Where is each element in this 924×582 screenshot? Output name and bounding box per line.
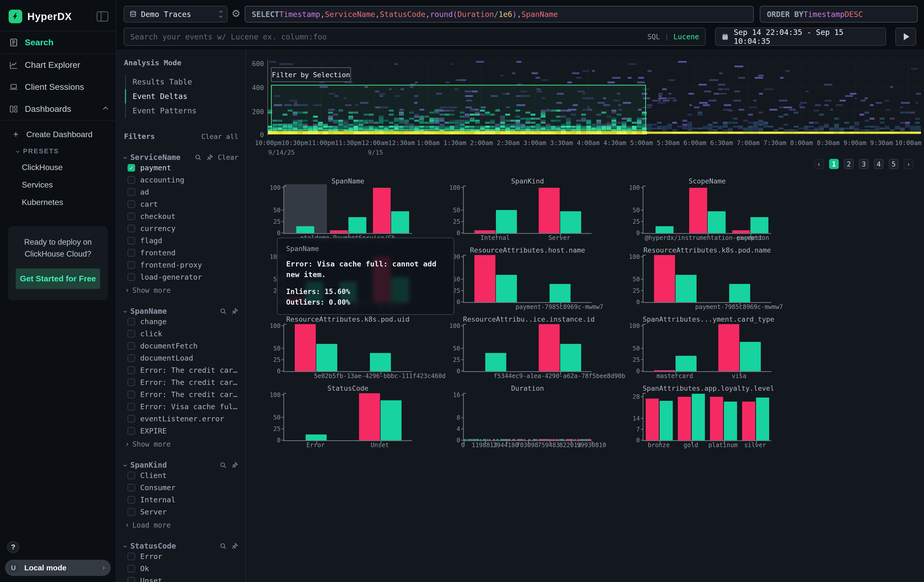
filter-item-load-generator[interactable]: load-generator [124,271,238,283]
inlier-bar[interactable] [296,226,314,233]
pin-icon[interactable] [231,542,238,550]
filter-item-checkout[interactable]: checkout [124,210,238,223]
search-icon[interactable] [219,308,227,315]
sql-select-input[interactable]: SELECT Timestamp, ServiceName, StatusCod… [245,6,754,23]
inlier-bar[interactable] [740,342,761,371]
local-mode-button[interactable]: U Local mode [5,560,111,576]
pin-icon[interactable] [231,308,238,315]
checkbox[interactable] [127,188,135,196]
outlier-bar[interactable] [474,230,495,233]
inlier-bar[interactable] [708,211,726,233]
filter-item-error-the-credit-card-[interactable]: Error: The credit card (… [124,376,238,388]
sidebar-item-services[interactable]: Services [0,176,116,194]
page-5-button[interactable]: 5 [889,159,898,169]
inlier-bar[interactable] [306,434,327,440]
filter-item-client[interactable]: Client [124,469,238,481]
filter-item-error-the-credit-card-[interactable]: Error: The credit card (… [124,364,238,376]
filter-item-unset[interactable]: Unset [124,575,238,582]
filter-item-ad[interactable]: ad [124,186,238,198]
inlier-bar[interactable] [316,344,337,371]
search-icon[interactable] [195,154,202,161]
sidebar-item-kubernetes[interactable]: Kubernetes [0,194,116,211]
order-by-input[interactable]: ORDER BY Timestamp DESC [760,6,918,23]
filter-item-currency[interactable]: currency [124,223,238,234]
sidebar-item-client-sessions[interactable]: Client Sessions [0,76,116,98]
filter-item-documentload[interactable]: documentLoad [124,352,238,364]
checkbox[interactable] [127,176,135,184]
inlier-bar[interactable] [756,397,769,440]
checkbox[interactable] [127,273,135,281]
checkbox[interactable] [127,366,135,374]
inlier-bar[interactable] [692,394,705,440]
outlier-bar[interactable] [646,399,659,440]
sidebar-item-clickhouse[interactable]: ClickHouse [0,159,116,176]
run-query-button[interactable] [895,28,916,46]
checkbox[interactable] [127,427,135,435]
checkbox[interactable] [127,391,135,398]
inlier-bar[interactable] [560,344,581,371]
show-more-link[interactable]: Load more [124,518,238,529]
data-source-select[interactable]: Demo Traces [124,6,228,23]
show-more-link[interactable]: Show more [124,437,238,448]
checkbox[interactable] [127,249,135,257]
inlier-bar[interactable] [724,402,737,440]
chevron-down-icon[interactable] [124,156,127,159]
outlier-bar[interactable] [295,324,316,371]
checkbox[interactable] [127,318,135,325]
checkbox[interactable] [127,508,135,516]
filter-item-payment[interactable]: ✓payment [124,162,238,174]
inlier-bar[interactable] [370,353,391,371]
checkbox[interactable] [127,415,135,422]
inlier-bar[interactable] [496,275,517,302]
filter-item-click[interactable]: click [124,328,238,340]
presets-toggle[interactable]: PRESETS [0,144,116,159]
outlier-bar[interactable] [732,230,750,233]
pin-icon[interactable] [206,154,213,161]
filter-item-accounting[interactable]: accounting [124,174,238,186]
chevron-down-icon[interactable] [124,463,127,467]
inlier-bar[interactable] [676,356,696,371]
inlier-bar[interactable] [560,211,581,233]
next-page-button[interactable]: › [904,159,913,169]
analysis-mode-event-deltas[interactable]: Event Deltas [125,89,238,104]
checkbox[interactable] [127,552,135,560]
date-range-picker[interactable]: Sep 14 22:04:35 - Sep 15 10:04:35 [715,28,886,46]
chevron-down-icon[interactable] [124,310,127,313]
inlier-bar[interactable] [676,275,696,302]
lucene-toggle[interactable]: Lucene [673,33,699,41]
page-4-button[interactable]: 4 [874,159,884,169]
search-icon[interactable] [219,542,227,550]
filter-item-flagd[interactable]: flagd [124,234,238,247]
sidebar-item-search[interactable]: Search [0,31,116,54]
inlier-bar[interactable] [348,217,366,233]
outlier-bar[interactable] [654,370,675,371]
page-2-button[interactable]: 2 [844,159,854,169]
checkbox[interactable] [127,472,135,479]
inlier-bar[interactable] [549,284,571,302]
checkbox[interactable] [127,496,135,504]
outlier-bar[interactable] [718,324,739,371]
filter-item-ok[interactable]: Ok [124,562,238,575]
chevron-down-icon[interactable] [124,544,127,547]
sidebar-item-dashboards[interactable]: Dashboards [0,98,116,120]
outlier-bar[interactable] [539,324,560,371]
outlier-bar[interactable] [654,255,675,302]
filter-item-error-the-credit-card-[interactable]: Error: The credit card (… [124,388,238,401]
create-dashboard-button[interactable]: + Create Dashboard [0,125,116,144]
inlier-bar[interactable] [381,400,401,440]
checkbox[interactable] [127,403,135,411]
checkbox[interactable] [127,565,135,572]
analysis-mode-results-table[interactable]: Results Table [125,75,238,89]
filter-item-change[interactable]: change [124,315,238,328]
checkbox[interactable] [127,200,135,208]
outlier-bar[interactable] [539,188,560,233]
checkbox[interactable] [127,342,135,350]
checkbox[interactable] [127,354,135,362]
gear-icon[interactable]: ⚙ [231,8,241,19]
filter-item-frontend[interactable]: frontend [124,247,238,259]
help-button[interactable]: ? [7,541,19,553]
filter-by-selection-button[interactable]: Filter by Selection [271,67,351,82]
sql-toggle[interactable]: SQL [647,33,660,41]
filter-item-eventlistener-error[interactable]: eventListener.error [124,413,238,425]
outlier-bar[interactable] [474,255,495,302]
